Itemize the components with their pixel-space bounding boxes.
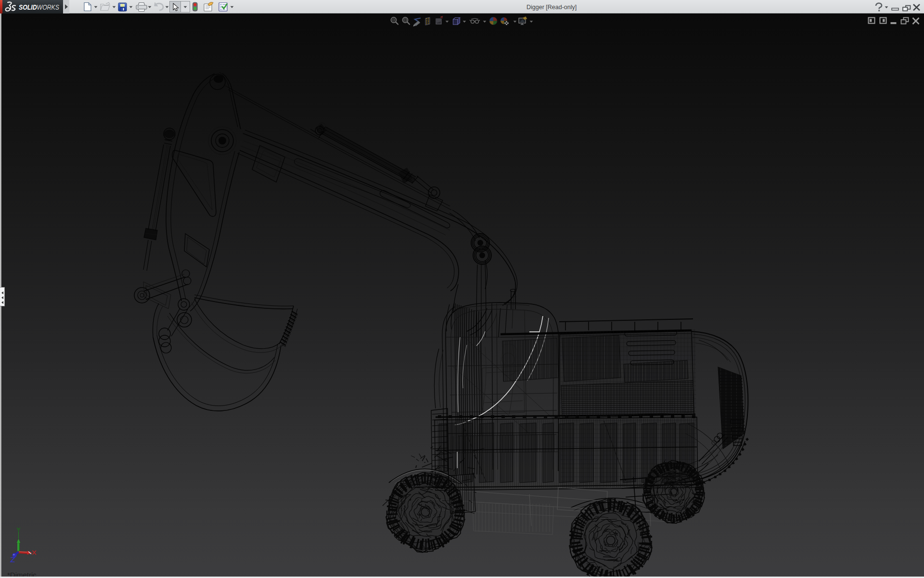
svg-text:SOLIDWORKS: SOLIDWORKS <box>19 3 60 11</box>
svg-text:Digger [Read-only]: Digger [Read-only] <box>526 4 577 11</box>
